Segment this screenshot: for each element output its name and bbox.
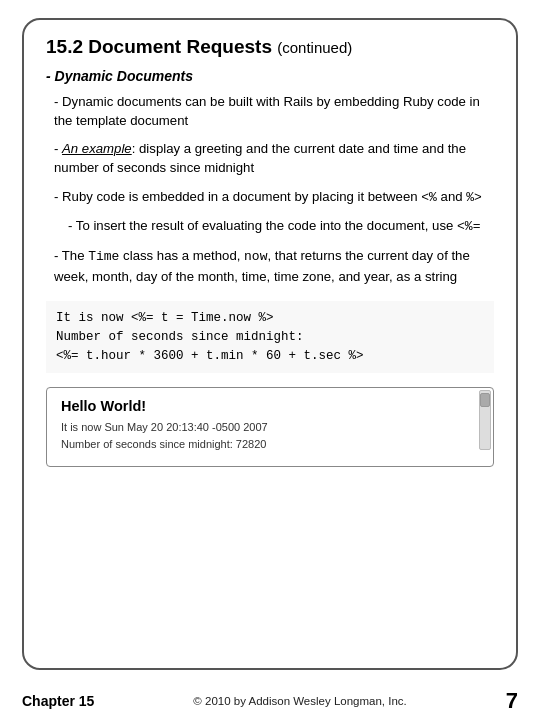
code-block: It is now <%= t = Time.now %> Number of … <box>46 301 494 373</box>
bullet-insert-result: - To insert the result of evaluating the… <box>46 216 494 237</box>
footer-copyright: © 2010 by Addison Wesley Longman, Inc. <box>193 695 406 707</box>
code-line-1: It is now <%= t = Time.now %> <box>56 311 274 325</box>
code-line-2: Number of seconds since midnight: <box>56 330 304 344</box>
title-continued: (continued) <box>277 39 352 56</box>
bullet-embedded: - Ruby code is embedded in a document by… <box>46 187 494 208</box>
section-header: - Dynamic Documents <box>46 68 494 84</box>
rounded-box: 15.2 Document Requests (continued) - Dyn… <box>22 18 518 670</box>
bullet-dynamic-docs: - Dynamic documents can be built with Ra… <box>46 92 494 130</box>
slide-container: 15.2 Document Requests (continued) - Dyn… <box>0 0 540 680</box>
footer-page: 7 <box>506 688 518 714</box>
browser-preview: Hello World! It is now Sun May 20 20:13:… <box>46 387 494 467</box>
browser-line1: It is now Sun May 20 20:13:40 -0500 2007 <box>61 419 479 436</box>
slide-title: 15.2 Document Requests (continued) <box>46 36 494 58</box>
bullet-time-class: - The Time class has a method, now, that… <box>46 246 494 286</box>
title-main: 15.2 Document Requests <box>46 36 272 57</box>
footer-chapter: Chapter 15 <box>22 693 94 709</box>
code-line-3: <%= t.hour * 3600 + t.min * 60 + t.sec %… <box>56 349 364 363</box>
browser-line2: Number of seconds since midnight: 72820 <box>61 436 479 453</box>
footer: Chapter 15 © 2010 by Addison Wesley Long… <box>0 680 540 720</box>
browser-hello: Hello World! <box>61 398 479 414</box>
scrollbar-thumb <box>480 393 490 407</box>
scrollbar[interactable] <box>479 390 491 450</box>
bullet-example: - An example: display a greeting and the… <box>46 139 494 177</box>
